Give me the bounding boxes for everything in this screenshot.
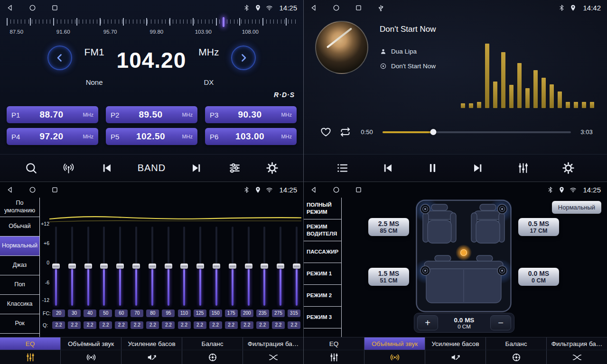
surround-mode-item[interactable]: РЕЖИМ 2	[304, 285, 341, 307]
previous-track-icon[interactable]	[381, 162, 394, 174]
tune-down-button[interactable]	[47, 46, 72, 70]
surround-mode-item[interactable]: ПАССАЖИР	[304, 241, 341, 263]
filter-icon[interactable]	[243, 350, 303, 364]
slider-thumb[interactable]	[293, 264, 300, 269]
eq-faders-icon[interactable]	[517, 162, 530, 174]
surround-sound-icon[interactable]	[364, 350, 425, 364]
tab-surround-sound[interactable]: Объёмный звук	[61, 337, 121, 350]
surround-mode-item[interactable]: РЕЖИМ ВОДИТЕЛЯ	[304, 219, 341, 241]
slider-thumb[interactable]	[165, 264, 172, 269]
eq-band-slider[interactable]	[132, 227, 140, 306]
surround-preset-button[interactable]: Нормальный	[552, 201, 601, 214]
recents-icon[interactable]	[51, 186, 59, 194]
scan-icon[interactable]	[25, 162, 37, 174]
eq-band-slider[interactable]	[261, 227, 268, 306]
tab-bass-boost[interactable]: Усиление басов	[121, 337, 182, 350]
eq-band-slider[interactable]	[84, 227, 92, 306]
eq-band-slider[interactable]	[100, 227, 108, 306]
slider-thumb[interactable]	[277, 264, 284, 269]
eq-preset-item[interactable]: Обычай	[0, 217, 39, 237]
repeat-icon[interactable]	[339, 126, 351, 138]
playlist-icon[interactable]	[336, 162, 349, 174]
slider-thumb[interactable]	[100, 264, 108, 269]
eq-preset-item[interactable]: Рок	[0, 314, 39, 334]
tab-balance[interactable]: Баланс	[182, 337, 243, 350]
tune-sliders-icon[interactable]	[228, 162, 241, 174]
delay-front-left-button[interactable]: 2.5 MS 85 CM	[368, 218, 409, 236]
surround-mode-item[interactable]: ПОЛНЫЙ РЕЖИМ	[304, 198, 341, 219]
seek-thumb[interactable]	[430, 129, 437, 135]
slider-thumb[interactable]	[84, 264, 92, 269]
eq-band-slider[interactable]	[293, 227, 300, 306]
slider-thumb[interactable]	[52, 264, 60, 269]
radio-preset-p3-button[interactable]: P390.30MHz	[205, 106, 297, 123]
decrease-delay-button[interactable]: −	[490, 315, 511, 330]
bass-boost-icon[interactable]	[121, 350, 182, 364]
recents-icon[interactable]	[51, 4, 59, 12]
eq-band-slider[interactable]	[52, 227, 60, 306]
home-icon[interactable]	[28, 4, 37, 12]
slider-thumb[interactable]	[261, 264, 268, 269]
tab-balance[interactable]: Баланс	[486, 337, 547, 350]
eq-preset-item[interactable]: Джаз	[0, 256, 39, 275]
tab-filter[interactable]: Фильтрация ба…	[243, 337, 303, 350]
back-icon[interactable]	[310, 186, 318, 194]
slider-thumb[interactable]	[180, 264, 188, 269]
slider-thumb[interactable]	[196, 264, 204, 269]
eq-preset-item[interactable]: По умолчанию	[0, 198, 39, 217]
eq-preset-item[interactable]: Поп	[0, 275, 39, 295]
radio-preset-p2-button[interactable]: P289.50MHz	[106, 106, 197, 123]
tab-surround-sound[interactable]: Объёмный звук	[364, 337, 425, 350]
settings-gear-icon[interactable]	[562, 162, 575, 174]
radio-preset-p5-button[interactable]: P5102.50MHz	[106, 128, 197, 145]
back-icon[interactable]	[6, 4, 14, 12]
delay-front-right-button[interactable]: 0.5 MS 17 CM	[518, 218, 559, 236]
frequency-scale[interactable]: 87.5091.6095.7099.80103.90108.00	[7, 17, 297, 37]
slider-thumb[interactable]	[132, 264, 140, 269]
radio-preset-p1-button[interactable]: P188.70MHz	[7, 106, 98, 123]
surround-mode-item[interactable]: РЕЖИМ 1	[304, 263, 341, 285]
eq-band-slider[interactable]	[277, 227, 284, 306]
eq-band-slider[interactable]	[116, 227, 124, 306]
seek-bar[interactable]	[383, 128, 571, 136]
settings-gear-icon[interactable]	[266, 162, 279, 174]
increase-delay-button[interactable]: +	[417, 315, 438, 330]
balance-icon[interactable]	[486, 350, 547, 364]
slider-thumb[interactable]	[213, 264, 220, 269]
eq-band-slider[interactable]	[68, 227, 76, 306]
eq-band-slider[interactable]	[180, 227, 188, 306]
eq-band-slider[interactable]	[213, 227, 220, 306]
tab-bass-boost[interactable]: Усиление басов	[425, 337, 486, 350]
eq-band-slider[interactable]	[196, 227, 204, 306]
back-icon[interactable]	[310, 4, 318, 12]
home-icon[interactable]	[332, 186, 340, 194]
radio-preset-p4-button[interactable]: P497.20MHz	[7, 128, 98, 145]
filter-icon[interactable]	[547, 350, 607, 364]
recents-icon[interactable]	[355, 4, 363, 12]
slider-thumb[interactable]	[149, 264, 156, 269]
tune-up-button[interactable]	[231, 46, 256, 70]
home-icon[interactable]	[332, 4, 340, 12]
slider-thumb[interactable]	[116, 264, 124, 269]
bass-boost-icon[interactable]	[425, 350, 486, 364]
slider-thumb[interactable]	[229, 264, 236, 269]
balance-icon[interactable]	[182, 350, 243, 364]
favorite-heart-icon[interactable]	[320, 126, 332, 138]
pause-icon[interactable]	[426, 162, 439, 174]
next-track-icon[interactable]	[472, 162, 485, 174]
tab-eq[interactable]: EQ	[0, 337, 61, 350]
eq-faders-icon[interactable]	[304, 350, 364, 364]
band-button[interactable]: BAND	[138, 163, 166, 173]
eq-band-slider[interactable]	[229, 227, 236, 306]
radio-preset-p6-button[interactable]: P6103.00MHz	[205, 128, 297, 145]
tab-filter[interactable]: Фильтрация ба…	[547, 337, 607, 350]
surround-mode-item[interactable]: РЕЖИМ 3	[304, 307, 341, 328]
eq-faders-icon[interactable]	[0, 350, 61, 364]
home-icon[interactable]	[28, 186, 37, 194]
slider-thumb[interactable]	[68, 264, 76, 269]
next-icon[interactable]	[190, 162, 203, 174]
eq-band-slider[interactable]	[149, 227, 156, 306]
back-icon[interactable]	[6, 186, 14, 194]
recents-icon[interactable]	[355, 186, 363, 194]
tab-eq[interactable]: EQ	[304, 337, 364, 350]
